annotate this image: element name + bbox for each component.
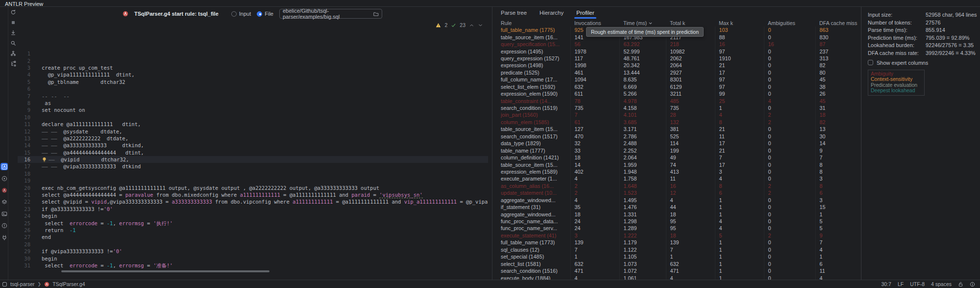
- layers-tool-button[interactable]: [0, 198, 8, 206]
- profiler-row[interactable]: table_source_item (15...141.959741708: [497, 161, 862, 168]
- breadcrumb-file[interactable]: TSqlParser.g4: [52, 281, 85, 287]
- column-header[interactable]: Total k: [666, 20, 715, 26]
- hierarchy-button[interactable]: [10, 50, 17, 57]
- inspections-indicator-icon[interactable]: [970, 282, 975, 287]
- profiler-row[interactable]: search_condition (1517)4702.78652511030: [497, 133, 862, 140]
- code-line[interactable]: 20exec nb_com_getsysconfig @a11111111111…: [18, 184, 488, 191]
- profiler-row[interactable]: select_list_elem (1592)6326.669612997038: [497, 83, 862, 90]
- splitter[interactable]: [492, 7, 492, 280]
- chevron-up-icon[interactable]: [469, 23, 474, 28]
- profiler-row[interactable]: search_condition (1519)7354.1587351031: [497, 105, 862, 111]
- profiler-row[interactable]: execute_body (1884)41.0614104: [497, 274, 862, 280]
- profiler-row[interactable]: select_list (1581)6321.073632106: [497, 260, 862, 267]
- run-tool-button[interactable]: [0, 175, 8, 182]
- code-line[interactable]: 24begin: [18, 212, 488, 219]
- code-line[interactable]: 14—— —— @a333333333333 dtkind,: [18, 142, 488, 149]
- breadcrumb-project[interactable]: tsql-parser: [10, 281, 35, 287]
- encoding-indicator[interactable]: UTF-8: [910, 281, 925, 287]
- plug-tool-button[interactable]: [0, 234, 8, 241]
- code-line[interactable]: 19: [18, 177, 488, 184]
- indent-indicator[interactable]: 4 spaces: [931, 281, 952, 287]
- profiler-row[interactable]: execute_statement (41)31.22218529: [497, 232, 862, 239]
- show-expert-columns-checkbox[interactable]: Show expert columns: [868, 60, 980, 66]
- stop-button[interactable]: [10, 19, 17, 26]
- folder-icon[interactable]: [373, 11, 379, 17]
- refresh-button[interactable]: [10, 9, 17, 16]
- profiler-row[interactable]: as_column_alias (16...21.64816828: [497, 183, 862, 189]
- code-line[interactable]: 31 select errorcode = -1, errormsg = '准备…: [18, 262, 488, 269]
- column-header[interactable]: Ambiguities: [764, 20, 815, 26]
- antlr-logo-tool-button[interactable]: [0, 186, 8, 194]
- profiler-row[interactable]: table_name (1777)332.2521992109: [497, 147, 862, 154]
- code-line[interactable]: 3create proc up_com_test: [18, 64, 488, 71]
- profiler-row[interactable]: sql_clauses (12)71.1227104: [497, 246, 862, 253]
- profiler-row[interactable]: func_proc_name_serv...241.28995405: [497, 225, 862, 232]
- column-header[interactable]: Max k: [715, 20, 764, 26]
- terminal-tool-button[interactable]: [0, 210, 8, 217]
- chevron-down-icon[interactable]: [478, 23, 483, 28]
- lock-open-icon[interactable]: [958, 282, 963, 287]
- code-editor[interactable]: 2 23 123create proc up_com_test4 @p_vipa…: [18, 21, 488, 269]
- code-line[interactable]: 15—— —— @a444444444444444 dtint,: [18, 149, 488, 156]
- problems-tool-button[interactable]: [0, 222, 8, 229]
- file-path-input[interactable]: ebelice/Github/tsql-parser/examples/big.…: [279, 9, 382, 19]
- code-line[interactable]: 12—— —— @sysdate dtdate,: [18, 128, 488, 135]
- code-line[interactable]: 2: [18, 57, 488, 64]
- file-radio[interactable]: File: [257, 11, 273, 17]
- column-header[interactable]: Rule: [497, 20, 570, 26]
- code-line[interactable]: 13—— —— @a2222222222 dtdate,: [18, 135, 488, 142]
- profiler-row[interactable]: predicate (1525)46113.444292717080: [497, 69, 862, 76]
- profiler-row[interactable]: expression_elem (1590)6115.266321199026: [497, 90, 862, 97]
- code-line[interactable]: 26 return -1: [18, 227, 488, 234]
- profiler-row[interactable]: search_condition (1516)4711.0724711011: [497, 267, 862, 274]
- profiler-row[interactable]: query_expression (1527)11748.76120621910…: [497, 55, 862, 62]
- profiler-row[interactable]: query_specification (15...5663.292218161…: [497, 41, 862, 48]
- profiler-row[interactable]: full_column_name (17...10948.63583019704…: [497, 76, 862, 83]
- code-line[interactable]: 5 @p_tblname dtchar32: [18, 79, 488, 85]
- editor-hscrollbar[interactable]: [61, 270, 270, 272]
- antlr-preview-tool-button[interactable]: [0, 163, 8, 170]
- profiler-row[interactable]: table_constraint (14...784.97848525445: [497, 97, 862, 104]
- code-line[interactable]: 22select @vipid = vipid,@vipa33333333333…: [18, 198, 488, 205]
- profiler-row[interactable]: column_definition (1421)182.06449707: [497, 154, 862, 161]
- profiler-row[interactable]: aggregate_windowed...181.33118101: [497, 210, 862, 217]
- column-header[interactable]: Invocations: [570, 20, 619, 26]
- profiler-row[interactable]: update_statement (10...21.52312626: [497, 189, 862, 196]
- code-line[interactable]: 9set nocount on: [18, 106, 488, 113]
- profiler-row[interactable]: expression (1495)197852.99910982970237: [497, 48, 862, 54]
- input-radio[interactable]: Input: [231, 11, 251, 17]
- profiler-row[interactable]: execute_parameter (1...41.75811403: [497, 175, 862, 182]
- code-line[interactable]: 25 select errorcode = -1, errormsg = '执行…: [18, 220, 488, 227]
- code-line[interactable]: 4 @p_vipa1111111111111 dtint,: [18, 71, 488, 78]
- code-line[interactable]: 28: [18, 241, 488, 248]
- profiler-row[interactable]: set_special (1485)11.1051101: [497, 253, 862, 260]
- code-line[interactable]: 18: [18, 170, 488, 177]
- tab-parse-tree[interactable]: Parse tree: [501, 7, 527, 19]
- code-line[interactable]: 23if @a333333333333 !='0': [18, 206, 488, 212]
- profiler-row[interactable]: expression_elem (1589)4021.948413308: [497, 168, 862, 175]
- profiler-row[interactable]: data_type (1829)322.48811417014: [497, 140, 862, 147]
- profiler-row[interactable]: full_table_name (1773)1391.179139107: [497, 239, 862, 246]
- code-line[interactable]: 17—— —— @vipa333333333333 dtkind: [18, 163, 488, 170]
- structure-button[interactable]: [10, 60, 17, 67]
- profiler-row[interactable]: expression (1498)199820.342206421082: [497, 62, 862, 69]
- profiler-row[interactable]: func_proc_name_data...241.29895405: [497, 218, 862, 225]
- column-header[interactable]: Time (ms): [619, 20, 666, 26]
- code-line[interactable]: 16—— @vipid dtchar32,: [18, 156, 488, 163]
- code-line[interactable]: 27end: [18, 234, 488, 240]
- profiler-row[interactable]: aggregate_windowed...41.4954103: [497, 197, 862, 204]
- column-header[interactable]: DFA cache miss: [815, 20, 862, 26]
- code-line[interactable]: 29if @vipa333333333333 !='0': [18, 248, 488, 255]
- code-line[interactable]: 1: [18, 50, 488, 57]
- profiler-row[interactable]: join_part (1560)74.101284218: [497, 111, 862, 118]
- code-line[interactable]: 10: [18, 114, 488, 121]
- profiler-row[interactable]: table_source_item (15...1273.17138121013: [497, 126, 862, 132]
- caret-position[interactable]: 30:7: [882, 281, 891, 287]
- code-line[interactable]: 6: [18, 85, 488, 92]
- search-button[interactable]: [10, 40, 17, 47]
- code-line[interactable]: 7-- -- --: [18, 93, 488, 100]
- inspections-widget[interactable]: 2 23: [434, 21, 485, 29]
- tab-profiler[interactable]: Profiler: [576, 7, 594, 19]
- tab-hierarchy[interactable]: Hierarchy: [539, 7, 564, 19]
- line-ending-indicator[interactable]: LF: [898, 281, 904, 287]
